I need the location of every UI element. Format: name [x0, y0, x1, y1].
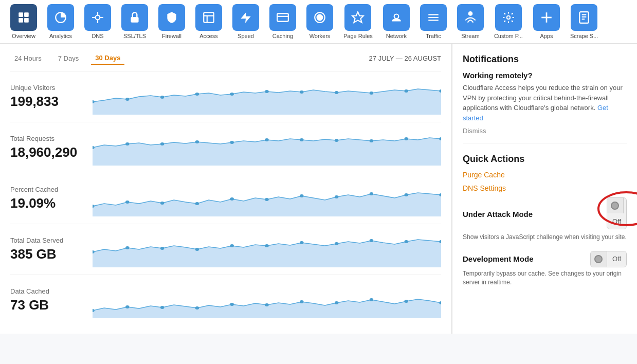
stat-row-data-served: Total Data Served 385 GB [10, 224, 441, 275]
nav-item-custom[interactable]: Custom P... [489, 0, 528, 43]
nav-item-analytics[interactable]: Analytics [42, 0, 79, 43]
svg-point-63 [404, 193, 408, 196]
nav-item-dns[interactable]: DNS [79, 0, 116, 43]
svg-point-83 [265, 303, 269, 306]
nav-firewall-label: Firewall [162, 33, 181, 39]
nav-item-speed[interactable]: Speed [227, 0, 264, 43]
nav-item-ssl[interactable]: SSL/TLS [116, 0, 153, 43]
svg-point-59 [265, 198, 269, 201]
svg-point-60 [300, 194, 304, 197]
nav-item-traffic[interactable]: Traffic [415, 0, 452, 43]
nav-item-pagerules[interactable]: Page Rules [338, 0, 378, 43]
nav-item-network[interactable]: Network [378, 0, 415, 43]
svg-point-70 [230, 244, 234, 247]
nav-access-label: Access [199, 33, 217, 39]
firewall-icon [158, 4, 185, 31]
nav-item-overview[interactable]: Overview [5, 0, 42, 43]
svg-point-80 [160, 306, 165, 309]
svg-point-51 [404, 137, 408, 140]
svg-point-47 [265, 138, 269, 141]
nav-item-stream[interactable]: Stream [452, 0, 489, 43]
nav-item-access[interactable]: Access [190, 0, 227, 43]
development-mode-header: Development Mode Off [463, 251, 627, 267]
development-mode-toggle[interactable]: Off [590, 251, 627, 267]
svg-point-57 [195, 202, 199, 205]
svg-point-62 [370, 192, 374, 195]
nav-item-apps[interactable]: Apps [528, 0, 565, 43]
dns-icon [84, 4, 111, 31]
date-range: 27 JULY — 26 AUGUST [369, 54, 441, 62]
left-panel: 24 Hours 7 Days 30 Days 27 JULY — 26 AUG… [0, 44, 452, 334]
toggle-dot-dev [591, 251, 607, 267]
svg-point-58 [230, 197, 234, 201]
time-btn-24h[interactable]: 24 Hours [10, 52, 46, 64]
svg-point-72 [300, 241, 304, 244]
time-filter: 24 Hours 7 Days 30 Days 27 JULY — 26 AUG… [10, 52, 441, 65]
under-attack-desc: Show visitors a JavaScript challenge whe… [463, 233, 627, 242]
svg-rect-3 [24, 18, 29, 23]
nav-item-scrape[interactable]: Scrape S... [565, 0, 603, 43]
stat-info-cached-pct: Percent Cached 19.09% [10, 186, 82, 211]
stat-value-requests: 18,960,290 [10, 144, 82, 160]
nav-network-label: Network [386, 33, 407, 39]
right-panel: Notifications Working remotely? Cloudfla… [452, 44, 637, 334]
svg-point-81 [195, 306, 199, 310]
svg-point-87 [404, 300, 408, 303]
svg-point-68 [160, 247, 165, 250]
under-attack-toggle-container: Off [607, 197, 627, 231]
svg-point-61 [335, 195, 339, 198]
nav-apps-label: Apps [540, 33, 553, 39]
nav-overview-label: Overview [12, 33, 35, 39]
svg-point-37 [335, 91, 339, 94]
toggle-dot-attack [607, 198, 624, 213]
analytics-icon [47, 4, 74, 31]
stat-info-requests: Total Requests 18,960,290 [10, 135, 82, 160]
svg-point-38 [370, 92, 374, 95]
caching-icon [269, 4, 296, 31]
svg-marker-41 [93, 138, 441, 166]
nav-workers-label: Workers [310, 33, 331, 39]
nav-item-caching[interactable]: Caching [264, 0, 301, 43]
stat-value-data-served: 385 GB [10, 246, 82, 262]
development-mode-label: Development Mode [463, 254, 534, 263]
svg-point-35 [265, 90, 269, 93]
nav-item-firewall[interactable]: Firewall [153, 0, 190, 43]
stream-icon [457, 4, 484, 31]
time-btn-30d[interactable]: 30 Days [91, 52, 124, 65]
svg-point-36 [300, 90, 304, 94]
nav-dns-label: DNS [92, 33, 103, 39]
dns-settings-link[interactable]: DNS Settings [463, 184, 627, 192]
toggle-off-attack: Off [607, 213, 626, 229]
under-attack-toggle-row: Under Attack Mode Off Show visitors a Ja… [463, 197, 627, 242]
svg-point-48 [300, 138, 304, 141]
notification-box: Working remotely? Cloudflare Access help… [463, 71, 627, 143]
quick-actions: Quick Actions Purge Cache DNS Settings U… [463, 154, 627, 286]
svg-point-84 [300, 300, 304, 303]
purge-cache-link[interactable]: Purge Cache [463, 171, 627, 179]
svg-point-44 [160, 142, 165, 145]
svg-rect-10 [131, 17, 138, 23]
traffic-icon [420, 4, 447, 31]
svg-point-67 [125, 246, 130, 249]
development-mode-toggle-row: Development Mode Off Temporarily bypass … [463, 251, 627, 287]
svg-point-33 [195, 93, 199, 96]
chart-data-cached [93, 282, 441, 318]
svg-point-22 [507, 16, 511, 20]
apps-icon [533, 4, 560, 31]
time-btn-7d[interactable]: 7 Days [54, 52, 83, 64]
svg-point-46 [230, 141, 234, 144]
nav-speed-label: Speed [238, 33, 254, 39]
overview-icon [10, 4, 37, 31]
quick-actions-title: Quick Actions [463, 154, 627, 165]
under-attack-toggle[interactable]: Off [607, 197, 627, 229]
svg-point-74 [370, 239, 374, 242]
svg-marker-16 [353, 12, 364, 23]
svg-point-39 [404, 89, 408, 93]
under-attack-label: Under Attack Mode [463, 210, 533, 219]
chart-visitors [93, 79, 441, 115]
dismiss-button[interactable]: Dismiss [463, 127, 486, 135]
svg-point-34 [230, 93, 234, 96]
stat-info-data-served: Total Data Served 385 GB [10, 236, 82, 262]
working-remotely-heading: Working remotely? [463, 71, 627, 80]
nav-item-workers[interactable]: Workers [301, 0, 338, 43]
